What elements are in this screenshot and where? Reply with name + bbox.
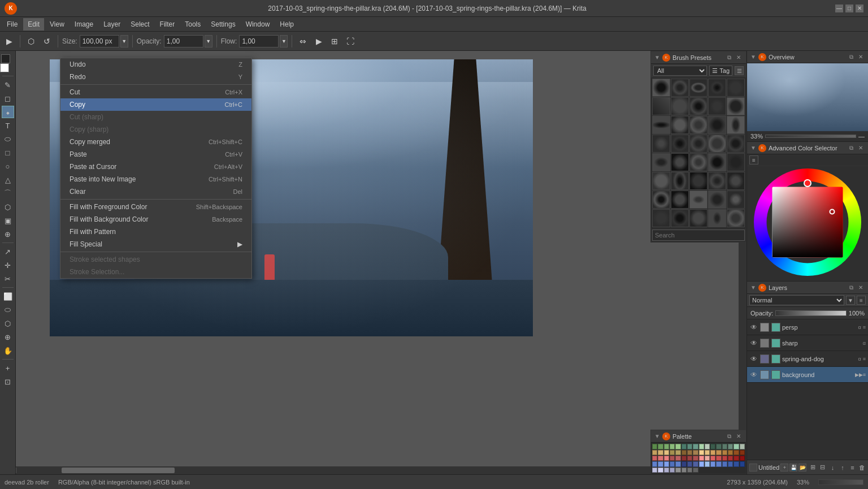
- tool-paint[interactable]: ⬥: [2, 106, 14, 118]
- tool-text[interactable]: T: [2, 119, 14, 132]
- brush-tag-btn[interactable]: ☰ Tag: [709, 66, 732, 76]
- tool-circle[interactable]: ○: [2, 160, 14, 172]
- background-color-swatch[interactable]: [0, 63, 9, 72]
- tool-move[interactable]: ✛: [2, 259, 14, 271]
- brush-thumb-18[interactable]: [708, 135, 726, 153]
- layer-item-sharp[interactable]: 👁 sharp α: [747, 335, 868, 351]
- layer-vis-background[interactable]: 👁: [749, 370, 758, 379]
- brush-thumb-37[interactable]: [689, 209, 708, 227]
- layer-add-group-btn[interactable]: ⊟: [818, 462, 827, 473]
- overview-zoom-slider[interactable]: [765, 135, 856, 138]
- opacity-slider[interactable]: [775, 310, 847, 316]
- palette-swatch-12[interactable]: [722, 444, 727, 449]
- brush-thumb-28[interactable]: [708, 172, 726, 190]
- palette-swatch-22[interactable]: [687, 450, 692, 455]
- layers-collapse-icon[interactable]: ▼: [750, 284, 756, 291]
- overview-close-btn[interactable]: ✕: [857, 53, 865, 61]
- palette-swatch-4[interactable]: [675, 444, 680, 449]
- ctx-copy[interactable]: Copy Ctrl+C: [60, 98, 251, 111]
- brush-thumb-38[interactable]: [708, 209, 726, 227]
- palette-swatch-48[interactable]: [652, 461, 657, 466]
- tool-transform[interactable]: ↗: [2, 245, 14, 258]
- palette-swatch-24[interactable]: [699, 450, 704, 455]
- palette-swatch-5[interactable]: [682, 444, 687, 449]
- menu-tools[interactable]: Tools: [180, 18, 205, 31]
- palette-swatch-41[interactable]: [705, 456, 710, 461]
- brush-thumb-30[interactable]: [652, 191, 670, 209]
- palette-swatch-17[interactable]: [658, 450, 663, 455]
- palette-swatch-49[interactable]: [658, 461, 663, 466]
- palette-swatch-66[interactable]: [664, 468, 669, 473]
- palette-swatch-68[interactable]: [675, 468, 680, 473]
- layer-save-btn[interactable]: 💾: [789, 464, 797, 471]
- palette-swatch-59[interactable]: [716, 461, 721, 466]
- palette-swatch-64[interactable]: [652, 468, 657, 473]
- palette-swatch-52[interactable]: [675, 461, 680, 466]
- maximize-button[interactable]: □: [845, 5, 853, 12]
- palette-swatch-45[interactable]: [728, 456, 733, 461]
- ctx-fill-special[interactable]: Fill Special ▶: [60, 238, 251, 250]
- brush-thumb-33[interactable]: [708, 191, 726, 209]
- tool-select-rect[interactable]: ⬜: [2, 290, 14, 302]
- tool-shape[interactable]: ⬭: [2, 133, 14, 145]
- brush-thumb-32[interactable]: [689, 191, 708, 209]
- ctx-clear[interactable]: Clear Del: [60, 185, 251, 198]
- overview-collapse-icon[interactable]: ▼: [750, 54, 756, 60]
- toolbar-arrow-btn[interactable]: ▶: [2, 34, 16, 48]
- palette-swatch-29[interactable]: [728, 450, 733, 455]
- palette-swatch-51[interactable]: [670, 461, 675, 466]
- brush-thumb-22[interactable]: [689, 153, 708, 171]
- brush-thumb-0[interactable]: [652, 79, 670, 97]
- brush-thumb-6[interactable]: [671, 97, 689, 115]
- brush-thumb-25[interactable]: [652, 172, 670, 190]
- brush-thumb-21[interactable]: [671, 153, 689, 171]
- palette-swatch-23[interactable]: [693, 450, 698, 455]
- palette-swatch-36[interactable]: [675, 456, 680, 461]
- brush-thumb-4[interactable]: [727, 79, 745, 97]
- palette-swatch-71[interactable]: [693, 468, 698, 473]
- ctx-redo[interactable]: Redo Y: [60, 71, 251, 83]
- minimize-button[interactable]: —: [835, 5, 843, 12]
- menu-window[interactable]: Window: [241, 18, 275, 31]
- ctx-paste-cursor[interactable]: Paste at Cursor Ctrl+Alt+V: [60, 161, 251, 173]
- palette-swatch-14[interactable]: [734, 444, 739, 449]
- brush-thumb-7[interactable]: [689, 97, 708, 115]
- brush-thumb-2[interactable]: [689, 79, 708, 97]
- brush-search-input[interactable]: [652, 230, 745, 241]
- palette-collapse-icon[interactable]: ▼: [654, 433, 660, 439]
- layer-properties-btn[interactable]: ≡: [848, 462, 857, 473]
- palette-swatch-20[interactable]: [675, 450, 680, 455]
- opacity-slider-btn[interactable]: ▼: [205, 35, 212, 47]
- palette-swatch-61[interactable]: [728, 461, 733, 466]
- add-layer-btn[interactable]: +: [780, 464, 788, 471]
- overview-float-btn[interactable]: ⧉: [847, 53, 855, 61]
- flow-slider-btn[interactable]: ▼: [280, 35, 288, 47]
- menu-view[interactable]: View: [45, 18, 69, 31]
- palette-swatch-60[interactable]: [722, 461, 727, 466]
- brush-thumb-16[interactable]: [671, 135, 689, 153]
- h-scrollbar-thumb[interactable]: [62, 468, 175, 473]
- palette-swatch-43[interactable]: [716, 456, 721, 461]
- palette-swatch-9[interactable]: [705, 444, 710, 449]
- palette-swatch-7[interactable]: [693, 444, 698, 449]
- brush-thumb-20[interactable]: [652, 153, 670, 171]
- menu-settings[interactable]: Settings: [206, 18, 240, 31]
- brush-thumb-9[interactable]: [727, 97, 745, 115]
- brush-thumb-24[interactable]: [727, 153, 745, 171]
- tool-freehand[interactable]: ✎: [2, 79, 14, 91]
- palette-swatch-46[interactable]: [734, 456, 739, 461]
- palette-swatch-47[interactable]: [740, 456, 745, 461]
- tool-fill[interactable]: ⬡: [2, 201, 14, 213]
- menu-file[interactable]: File: [2, 18, 22, 31]
- tool-crop[interactable]: ✂: [2, 272, 14, 285]
- tool-bezier[interactable]: ⌒: [2, 187, 14, 200]
- layers-close-btn[interactable]: ✕: [857, 284, 865, 292]
- brush-thumb-17[interactable]: [689, 135, 708, 153]
- layer-item-persp[interactable]: 👁 persp α ≡: [747, 319, 868, 335]
- palette-swatch-50[interactable]: [664, 461, 669, 466]
- layer-vis-sharp[interactable]: 👁: [749, 339, 758, 348]
- palette-swatch-53[interactable]: [682, 461, 687, 466]
- palette-swatch-18[interactable]: [664, 450, 669, 455]
- palette-float-btn[interactable]: ⧉: [725, 432, 733, 440]
- brush-thumb-8[interactable]: [708, 97, 726, 115]
